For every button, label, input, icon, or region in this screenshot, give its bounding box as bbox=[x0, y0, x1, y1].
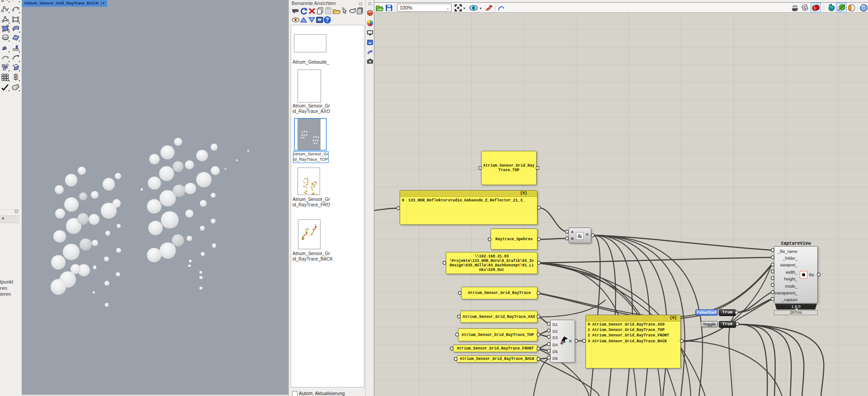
svg-text:?: ? bbox=[326, 17, 329, 23]
